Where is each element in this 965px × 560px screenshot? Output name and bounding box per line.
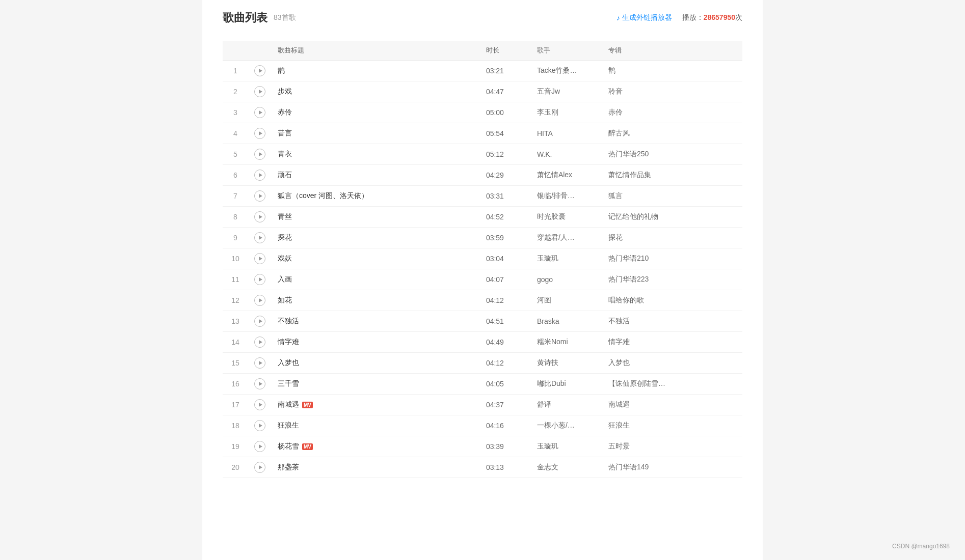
song-album: 醉古风 [602, 123, 742, 144]
song-duration: 03:13 [480, 457, 531, 478]
table-row: 1鹊03:21Tacke竹桑…鹊 [223, 61, 742, 81]
play-button[interactable] [254, 86, 265, 97]
col-album: 专辑 [602, 41, 742, 61]
play-button[interactable] [254, 253, 265, 264]
play-button[interactable] [254, 399, 265, 410]
song-title: 戏妖 [272, 248, 480, 269]
play-count-label: 播放：28657950次 [682, 13, 742, 22]
song-artist: W.K. [531, 144, 602, 165]
table-row: 20那盏茶03:13金志文热门华语149 [223, 457, 742, 478]
row-number: 15 [223, 353, 248, 374]
song-title-text: 杨花雪 [278, 442, 299, 451]
play-button[interactable] [254, 128, 265, 139]
song-duration: 05:00 [480, 102, 531, 123]
song-title: 步戏 [272, 81, 480, 102]
play-button[interactable] [254, 190, 265, 202]
song-album: 南城遇 [602, 395, 742, 415]
song-duration: 04:05 [480, 374, 531, 395]
song-artist: 五音Jw [531, 81, 602, 102]
music-icon: ♪ [616, 14, 620, 22]
table-row: 3赤伶05:00李玉刚赤伶 [223, 102, 742, 123]
song-title: 南城遇MV [272, 395, 480, 415]
play-button-cell [248, 332, 272, 353]
play-button[interactable] [254, 211, 265, 222]
song-duration: 04:07 [480, 269, 531, 290]
play-button[interactable] [254, 232, 265, 243]
play-button-cell [248, 228, 272, 248]
table-row: 6顽石04:29萧忆情Alex萧忆情作品集 [223, 165, 742, 186]
song-duration: 04:47 [480, 81, 531, 102]
table-header-row: 歌曲标题 时长 歌手 专辑 [223, 41, 742, 61]
song-duration: 05:12 [480, 144, 531, 165]
play-button-cell [248, 374, 272, 395]
row-number: 4 [223, 123, 248, 144]
row-number: 19 [223, 436, 248, 457]
generate-link-button[interactable]: ♪ 生成外链播放器 [616, 13, 672, 22]
song-title-text: 鹊 [278, 66, 285, 75]
song-title: 顽石 [272, 165, 480, 186]
song-album: 记忆给他的礼物 [602, 207, 742, 228]
mv-badge[interactable]: MV [302, 402, 313, 408]
song-title-text: 不独活 [278, 317, 299, 326]
row-number: 18 [223, 415, 248, 436]
play-button[interactable] [254, 274, 265, 285]
play-button[interactable] [254, 357, 265, 369]
play-button[interactable] [254, 149, 265, 160]
table-row: 10戏妖03:04玉璇玑热门华语210 [223, 248, 742, 269]
song-album: 聆音 [602, 81, 742, 102]
row-number: 9 [223, 228, 248, 248]
play-button[interactable] [254, 295, 265, 306]
col-artist: 歌手 [531, 41, 602, 61]
play-button[interactable] [254, 420, 265, 431]
play-button-cell [248, 123, 272, 144]
table-row: 2步戏04:47五音Jw聆音 [223, 81, 742, 102]
song-table: 歌曲标题 时长 歌手 专辑 1鹊03:21Tacke竹桑…鹊2步戏04:47五音… [223, 41, 742, 478]
song-album: 热门华语223 [602, 269, 742, 290]
table-row: 4昔言05:54HITA醉古风 [223, 123, 742, 144]
song-duration: 04:49 [480, 332, 531, 353]
song-title: 鹊 [272, 61, 480, 81]
play-button[interactable] [254, 337, 265, 348]
play-button-cell [248, 436, 272, 457]
table-row: 13不独活04:51Braska不独活 [223, 311, 742, 332]
row-number: 16 [223, 374, 248, 395]
song-duration: 03:04 [480, 248, 531, 269]
table-row: 12如花04:12河图唱给你的歌 [223, 290, 742, 311]
song-album: 赤伶 [602, 102, 742, 123]
song-artist: Tacke竹桑… [531, 61, 602, 81]
row-number: 1 [223, 61, 248, 81]
table-row: 18狂浪生04:16一棵小葱/…狂浪生 [223, 415, 742, 436]
play-button[interactable] [254, 170, 265, 181]
play-button[interactable] [254, 441, 265, 452]
row-number: 13 [223, 311, 248, 332]
song-artist: 玉璇玑 [531, 248, 602, 269]
song-duration: 05:54 [480, 123, 531, 144]
play-button-cell [248, 269, 272, 290]
song-count: 83首歌 [274, 13, 296, 22]
song-artist: 银临/排骨… [531, 186, 602, 207]
table-row: 19杨花雪MV03:39玉璇玑五时景 [223, 436, 742, 457]
play-button-cell [248, 165, 272, 186]
page-container: 歌曲列表 83首歌 ♪ 生成外链播放器 播放：28657950次 歌曲标题 时长… [202, 0, 763, 560]
row-number: 11 [223, 269, 248, 290]
song-title-text: 戏妖 [278, 254, 292, 263]
song-artist: 黄诗扶 [531, 353, 602, 374]
generate-link-label: 生成外链播放器 [622, 13, 672, 22]
song-artist: Braska [531, 311, 602, 332]
play-button[interactable] [254, 462, 265, 473]
watermark: CSDN @mango1698 [892, 543, 950, 550]
song-title: 不独活 [272, 311, 480, 332]
play-button[interactable] [254, 378, 265, 389]
row-number: 7 [223, 186, 248, 207]
play-button-cell [248, 395, 272, 415]
play-button[interactable] [254, 65, 265, 76]
song-duration: 04:37 [480, 395, 531, 415]
play-button[interactable] [254, 107, 265, 118]
row-number: 10 [223, 248, 248, 269]
song-artist: 嘟比Dubi [531, 374, 602, 395]
mv-badge[interactable]: MV [302, 443, 313, 450]
row-number: 2 [223, 81, 248, 102]
song-title: 那盏茶 [272, 457, 480, 478]
play-button[interactable] [254, 316, 265, 327]
play-button-cell [248, 81, 272, 102]
